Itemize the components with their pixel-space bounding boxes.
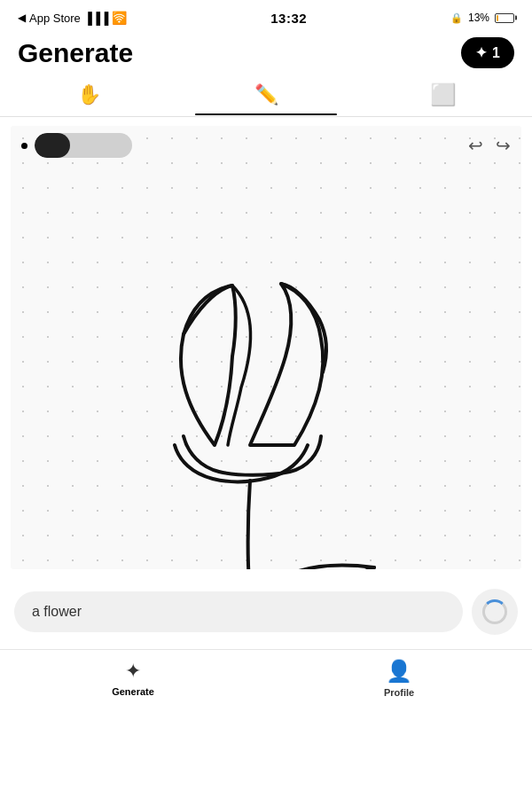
carrier-label: App Store xyxy=(29,12,81,25)
canvas-container[interactable]: ↩ ↪ xyxy=(11,126,521,569)
flower-drawing xyxy=(11,161,521,569)
signal-icon: ▐▐▐ xyxy=(84,12,109,25)
wifi-icon: 🛜 xyxy=(112,11,127,25)
badge-count: 1 xyxy=(492,45,500,61)
undo-redo-controls: ↩ ↪ xyxy=(468,135,511,156)
loading-spinner xyxy=(482,599,507,624)
canvas-inner[interactable]: ↩ ↪ xyxy=(11,126,521,569)
profile-nav-icon: 👤 xyxy=(386,659,412,684)
redo-button[interactable]: ↪ xyxy=(496,135,511,156)
bottom-nav: ✦ Generate 👤 Profile xyxy=(0,650,532,716)
erase-icon: ⬜ xyxy=(430,82,457,107)
status-time: 13:32 xyxy=(270,11,307,26)
pan-icon: ✋ xyxy=(77,83,101,106)
page-title: Generate xyxy=(18,38,133,68)
input-area xyxy=(0,578,532,645)
undo-button[interactable]: ↩ xyxy=(468,135,483,156)
magic-badge[interactable]: ✦ 1 xyxy=(461,37,514,68)
battery-pct: 13% xyxy=(468,12,489,24)
draw-icon: ✏️ xyxy=(254,83,278,106)
nav-label-generate: Generate xyxy=(112,686,154,697)
battery-icon xyxy=(495,13,514,23)
brush-size-row xyxy=(21,133,132,158)
status-bar: ◀ App Store ▐▐▐ 🛜 13:32 🔒 13% xyxy=(0,0,532,32)
status-right: 🔒 13% xyxy=(450,12,514,24)
toolbar: ✋ ✏️ ⬜ xyxy=(0,77,532,117)
prompt-input[interactable] xyxy=(14,591,463,632)
brush-dot-indicator xyxy=(21,143,27,149)
lock-icon: 🔒 xyxy=(450,12,463,24)
toolbar-pan[interactable]: ✋ xyxy=(0,83,177,115)
toolbar-draw[interactable]: ✏️ xyxy=(177,83,355,115)
wand-icon: ✦ xyxy=(475,44,487,61)
canvas-controls: ↩ ↪ xyxy=(11,126,521,165)
generate-button[interactable] xyxy=(472,589,518,635)
brush-size-slider[interactable] xyxy=(35,133,132,158)
nav-item-profile[interactable]: 👤 Profile xyxy=(266,659,532,698)
status-carrier: ◀ App Store ▐▐▐ 🛜 xyxy=(18,11,127,25)
header: Generate ✦ 1 xyxy=(0,32,532,77)
nav-item-generate[interactable]: ✦ Generate xyxy=(0,660,266,697)
nav-label-profile: Profile xyxy=(384,687,414,698)
toolbar-erase[interactable]: ⬜ xyxy=(355,82,532,116)
back-chevron-icon: ◀ xyxy=(18,12,26,24)
brush-slider-fill xyxy=(35,133,70,158)
generate-nav-icon: ✦ xyxy=(125,660,141,683)
